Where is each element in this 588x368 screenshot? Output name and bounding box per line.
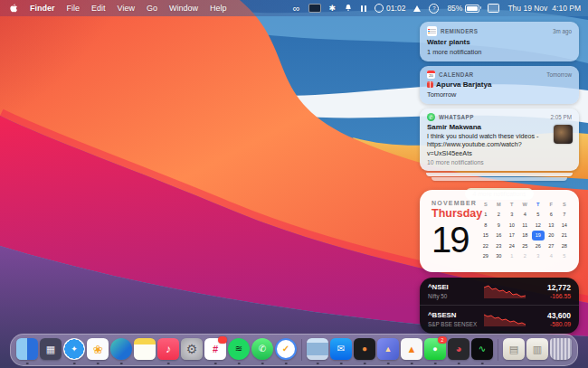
stock-name: S&P BSE SENSEX [428,321,484,327]
calendar-date-cell: 30 [492,251,506,262]
dock-slack[interactable]: # [204,336,226,363]
microsoft-edge-icon [110,338,132,360]
dock-spotify[interactable]: ≋ [228,336,250,363]
calendar-date-cell: 28 [558,241,572,251]
stock-price: 12,772 [547,283,571,292]
battery-status[interactable]: 85% [447,4,479,13]
notification-title: Apurva Barjatya [436,80,491,89]
safari-icon: ✦ [63,338,85,360]
stock-row-nsei[interactable]: ^NSEI Nifty 50 12,772 -166.55 [420,278,579,305]
mail-icon: ✉ [330,338,352,360]
calendar-day-number: 19 [432,222,482,258]
calendar-date-cell: 10 [506,220,519,231]
running-indicator [167,363,170,365]
finder-icon [16,338,38,360]
dock-whatsapp[interactable]: ✆ [251,336,273,363]
calendar-mini-month-grid: SMTWTFS123456789101112131415161718192021… [479,199,572,261]
calendar-date-cell: 27 [545,241,558,251]
mountain-status-icon[interactable] [413,5,421,12]
running-indicator [120,363,123,365]
dock-vlc[interactable]: ▲ [401,336,422,363]
dock-microsoft-edge[interactable] [110,336,132,363]
dock-finder[interactable] [16,336,38,363]
running-indicator [340,363,343,365]
dock-launchpad[interactable]: ▦ [40,336,62,363]
calendar-month-label: NOVEMBER [432,200,482,206]
dock-todo-app[interactable]: ✓ [275,336,297,363]
notification-app-name: REMINDERS [441,28,478,34]
screen-mirroring-status-icon[interactable] [488,4,499,13]
calendar-date-cell: 29 [479,251,493,262]
clock-status[interactable]: Thu 19 Nov 4:10 PM [507,4,581,13]
dock-safari[interactable]: ✦ [63,336,85,363]
tablet-driver-status-icon[interactable]: ✱ [329,4,337,13]
pause-status-icon[interactable] [361,5,366,12]
battery-percent: 85% [447,4,462,13]
notification-card-calendar[interactable]: CALENDAR Tomorrow Apurva Barjatya Tomorr… [420,66,579,104]
running-indicator [434,363,437,365]
notification-badge: 2 [438,336,447,344]
running-indicator [73,363,76,365]
calendar-app-icon [427,71,435,79]
display-rect-status-icon[interactable] [308,4,321,13]
notification-card-whatsapp[interactable]: ✆ WHATSAPP 2:05 PM Samir Makwana I think… [420,109,579,171]
calendar-date-cell: 13 [545,220,558,231]
calendar-date-cell: 9 [492,220,506,231]
stocks-widget[interactable]: ^NSEI Nifty 50 12,772 -166.55 ^BSESN S&P… [420,278,579,334]
dock-divider [301,339,302,361]
birthday-gift-icon [427,81,433,88]
dock-unknown-blue-app[interactable]: ▲ [377,336,399,363]
dock-music[interactable]: ♪ [157,336,179,363]
menu-view[interactable]: View [118,4,135,13]
menu-finder[interactable]: Finder [30,4,55,13]
notification-card-reminders[interactable]: REMINDERS 3m ago Water plants 1 more not… [420,22,579,61]
dock-analytics-app[interactable]: ◕ [448,336,469,363]
help-status-icon[interactable]: ? [429,4,439,14]
dock-terminal-app[interactable]: ∿ [471,336,493,363]
calendar-date-cell: 20 [545,231,558,241]
dock-trash[interactable] [550,336,572,363]
spotify-icon: ≋ [228,338,250,360]
reminders-app-icon [427,26,437,36]
dock-documents-stack[interactable]: ▥ [526,336,548,363]
dock-downloads-stack[interactable]: ▤ [503,336,525,363]
dock-messages[interactable]: ●2 [424,336,446,363]
calendar-date-cell: 3 [532,251,545,262]
calendar-day-header: T [532,199,545,210]
calendar-date-cell: 24 [506,241,519,251]
apple-menu[interactable] [9,3,18,14]
stock-name: Nifty 50 [428,293,484,299]
notification-app-name: WHATSAPP [439,114,474,120]
timer-status[interactable]: 01:02 [375,4,405,13]
running-indicator [26,363,29,365]
menu-window[interactable]: Window [169,4,198,13]
dock-items: ▦✦❀♪⚙#≋✆✓✉●▲▲●2◕∿▤▥ [16,336,572,363]
dock-photos[interactable]: ❀ [87,336,109,363]
menu-help[interactable]: Help [210,4,227,13]
menu-go[interactable]: Go [147,4,157,13]
bell-status-icon[interactable] [344,4,353,13]
dock-window-app[interactable] [307,336,328,363]
calendar-widget[interactable]: NOVEMBER Thursday 19 SMTWTFS123456789101… [420,190,579,272]
notification-message: I think you should watch these videos - … [427,132,550,157]
calendar-day-header: S [558,199,572,210]
dock-system-preferences[interactable]: ⚙ [181,336,203,363]
stock-row-bsesn[interactable]: ^BSESN S&P BSE SENSEX 43,600 -580.09 [420,305,579,333]
dock-unknown-dark-app[interactable]: ● [354,336,375,363]
video-thumbnail [554,125,573,144]
running-indicator [364,363,366,365]
calendar-date-cell: 15 [479,231,493,241]
whatsapp-icon: ✆ [251,338,273,360]
stacked-notification-edge [426,173,573,176]
timer-ring-icon [375,4,384,13]
launchpad-icon: ▦ [40,338,62,360]
apple-logo-icon [9,3,18,14]
notification-subtitle: 1 more notification [427,48,572,56]
menu-file[interactable]: File [67,4,81,13]
battery-icon [465,5,479,13]
dock-mail[interactable]: ✉ [330,336,352,363]
menu-edit[interactable]: Edit [91,4,106,13]
dock-divider [498,339,498,361]
dock-notes[interactable] [134,336,156,363]
infinity-status-icon[interactable]: ∞ [293,4,300,14]
